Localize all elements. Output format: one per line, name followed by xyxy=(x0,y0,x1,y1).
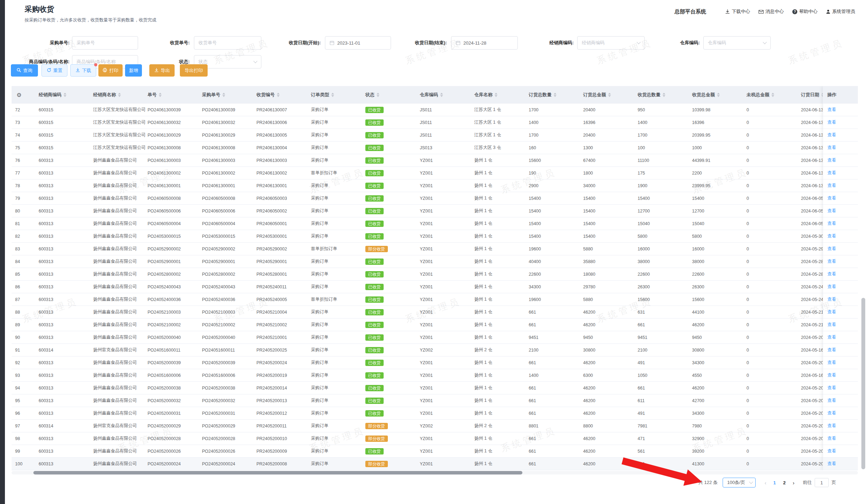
sort-icon[interactable] xyxy=(554,93,556,97)
column-header-0[interactable]: 经销商编码 xyxy=(35,86,90,104)
cell: 600313 xyxy=(35,209,90,214)
view-link[interactable]: 查看 xyxy=(827,183,836,189)
add-button[interactable]: 新增 xyxy=(125,64,142,77)
view-link[interactable]: 查看 xyxy=(827,398,836,404)
date-end-input[interactable]: 2024-11-28 xyxy=(451,36,518,50)
column-header-8[interactable]: 仓库名称 xyxy=(471,86,525,104)
vertical-scrollbar-thumb[interactable] xyxy=(861,298,865,469)
horizontal-scrollbar[interactable] xyxy=(12,471,858,474)
view-link[interactable]: 查看 xyxy=(827,347,836,353)
column-header-6[interactable]: 状态 xyxy=(362,86,416,104)
help-center-link[interactable]: ? 帮助中心 xyxy=(792,8,817,15)
dealer-code-select[interactable]: 经销商编码 xyxy=(577,36,645,50)
horizontal-scrollbar-thumb[interactable] xyxy=(33,471,522,474)
cell: PO24061300003 xyxy=(144,158,198,163)
view-link[interactable]: 查看 xyxy=(827,334,836,340)
sort-icon[interactable] xyxy=(64,93,66,97)
cell: 15400 xyxy=(525,196,580,201)
sort-icon[interactable] xyxy=(277,93,280,97)
search-button[interactable]: 查询 xyxy=(11,64,38,77)
cell: 10399.98 xyxy=(689,107,743,112)
column-header-2[interactable]: 单号 xyxy=(144,86,198,104)
chevron-down-icon xyxy=(637,40,640,44)
page-number-1[interactable]: 1 xyxy=(770,480,780,485)
cell: PO24052000026 xyxy=(144,449,198,454)
view-link[interactable]: 查看 xyxy=(827,170,836,176)
view-link[interactable]: 查看 xyxy=(827,284,836,290)
column-header-10[interactable]: 订货总金额 xyxy=(580,86,634,104)
view-link[interactable]: 查看 xyxy=(827,107,836,113)
export-print-button[interactable]: 导出打印 xyxy=(180,64,208,77)
download-center-link[interactable]: 下载中心 xyxy=(725,8,750,15)
sort-icon[interactable] xyxy=(663,93,665,97)
download-button[interactable]: 下载 xyxy=(70,64,96,77)
page-number-2[interactable]: 2 xyxy=(780,480,789,485)
sort-icon[interactable] xyxy=(771,93,774,97)
sort-icon[interactable] xyxy=(331,93,334,97)
sort-icon[interactable] xyxy=(159,93,162,97)
sort-icon[interactable] xyxy=(608,93,611,97)
column-header-11[interactable]: 收货总数量 xyxy=(634,86,689,104)
reset-button[interactable]: 重置 xyxy=(41,64,67,77)
view-link[interactable]: 查看 xyxy=(827,271,836,277)
print-button[interactable]: 打印 xyxy=(98,64,123,77)
user-menu[interactable]: 系统管理员 xyxy=(826,8,855,15)
view-link[interactable]: 查看 xyxy=(827,208,836,214)
warehouse-code-select[interactable]: 仓库编码 xyxy=(703,36,771,50)
sort-icon[interactable] xyxy=(222,93,225,97)
cell: PR2405200011 xyxy=(253,424,307,428)
column-header-9[interactable]: 订货总数量 xyxy=(525,86,580,104)
view-link[interactable]: 查看 xyxy=(827,246,836,252)
column-header-1[interactable]: 经销商名称 xyxy=(90,86,144,104)
view-link[interactable]: 查看 xyxy=(827,436,836,441)
next-page-button[interactable]: › xyxy=(789,480,798,486)
download-icon xyxy=(725,9,730,14)
view-link[interactable]: 查看 xyxy=(827,233,836,239)
view-link[interactable]: 查看 xyxy=(827,132,836,138)
cell: 100 xyxy=(12,462,35,466)
view-link[interactable]: 查看 xyxy=(827,410,836,416)
view-link[interactable]: 查看 xyxy=(827,461,836,467)
column-header-5[interactable]: 订单类型 xyxy=(307,86,362,104)
view-link[interactable]: 查看 xyxy=(827,195,836,201)
purchase-no-input[interactable]: 采购单号 xyxy=(72,36,138,50)
column-header-12[interactable]: 收货总金额 xyxy=(689,86,743,104)
date-start-input[interactable]: 2023-11-01 xyxy=(325,36,391,50)
view-link[interactable]: 查看 xyxy=(827,423,836,429)
column-header-3[interactable]: 采购单号 xyxy=(198,86,253,104)
sort-icon[interactable] xyxy=(495,93,497,97)
column-header-4[interactable]: 收货编号 xyxy=(253,86,307,104)
download-icon xyxy=(76,68,80,73)
cell: 已收货 xyxy=(362,296,416,303)
sidebar-collapsed-strip[interactable] xyxy=(0,0,5,504)
column-settings-cell[interactable]: ⚙ xyxy=(12,86,35,104)
row-actions: 查看 xyxy=(823,458,858,470)
cell: PR2405200012 xyxy=(253,411,307,416)
cell: 84 xyxy=(12,259,35,264)
view-link[interactable]: 查看 xyxy=(827,385,836,391)
view-link[interactable]: 查看 xyxy=(827,296,836,302)
view-link[interactable]: 查看 xyxy=(827,448,836,454)
view-link[interactable]: 查看 xyxy=(827,309,836,315)
export-button[interactable]: 导出 xyxy=(149,64,175,77)
view-link[interactable]: 查看 xyxy=(827,145,836,151)
view-link[interactable]: 查看 xyxy=(827,322,836,328)
receipt-no-input[interactable]: 收货单号 xyxy=(194,36,261,50)
sort-icon[interactable] xyxy=(377,93,379,97)
view-link[interactable]: 查看 xyxy=(827,360,836,366)
prev-page-button[interactable]: ‹ xyxy=(761,480,770,486)
goto-page-input[interactable]: 1 xyxy=(815,478,829,487)
view-link[interactable]: 查看 xyxy=(827,258,836,264)
sort-icon[interactable] xyxy=(717,93,720,97)
view-link[interactable]: 查看 xyxy=(827,372,836,378)
column-header-7[interactable]: 仓库编码 xyxy=(416,86,471,104)
column-header-13[interactable]: 未税总金额 xyxy=(743,86,797,104)
message-center-link[interactable]: 消息中心 xyxy=(758,8,784,15)
sort-icon[interactable] xyxy=(118,93,121,97)
sort-icon[interactable] xyxy=(440,93,443,97)
view-link[interactable]: 查看 xyxy=(827,157,836,163)
view-link[interactable]: 查看 xyxy=(827,119,836,125)
page-size-select[interactable]: 100条/页 xyxy=(723,478,756,487)
view-link[interactable]: 查看 xyxy=(827,221,836,227)
status-badge: 已收货 xyxy=(365,296,384,303)
